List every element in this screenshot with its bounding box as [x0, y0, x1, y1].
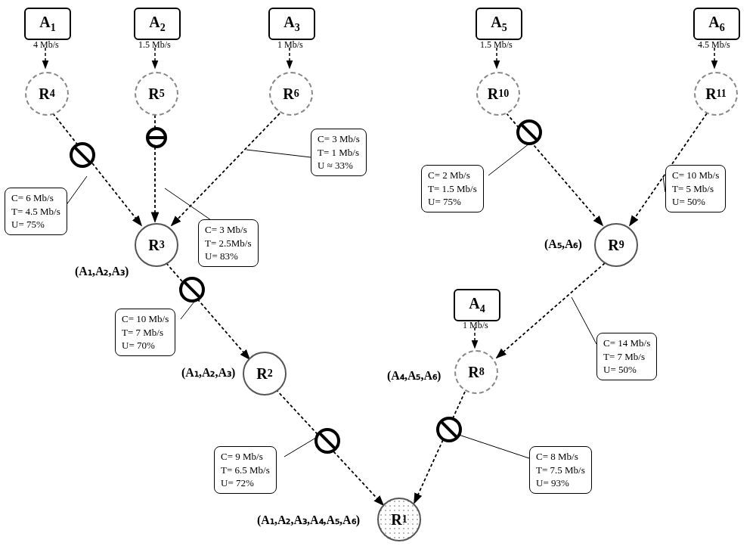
block-icon: [70, 142, 95, 168]
block-icon: [436, 417, 462, 442]
rate-A2: 1.5 Mb/s: [138, 39, 171, 51]
link-info-R3-R2: C= 10 Mb/sT= 7 Mb/sU= 70%: [115, 309, 175, 356]
flows-R8: (A₄,A₅,A₆): [387, 368, 441, 383]
router-R8: R8: [454, 350, 498, 394]
flows-R1: (A₁,A₂,A₃,A₄,A₅,A₆): [257, 513, 360, 527]
source-A4: A4: [454, 289, 500, 321]
source-A1: A1: [24, 8, 71, 40]
svg-line-17: [246, 150, 311, 157]
block-icon: [179, 277, 205, 302]
svg-line-22: [572, 297, 596, 344]
svg-line-15: [66, 176, 87, 206]
flows-R9: (A₅,A₆): [544, 237, 582, 251]
link-info-R5-R3: C= 3 Mb/sT= 2.5Mb/sU= 83%: [198, 219, 259, 267]
svg-line-19: [284, 436, 318, 457]
svg-line-14: [414, 392, 465, 503]
link-info-R10-R9: C= 2 Mb/sT= 1.5 Mb/sU= 75%: [421, 165, 484, 212]
block-icon: [516, 119, 542, 145]
svg-line-16: [165, 188, 213, 222]
svg-line-20: [488, 144, 529, 175]
rate-A6: 4.5 Mb/s: [698, 39, 730, 51]
rate-A4: 1 Mb/s: [463, 320, 488, 331]
link-info-R4-R3: C= 6 Mb/sT= 4.5 Mb/sU= 75%: [5, 188, 67, 235]
link-info-R2-R1: C= 9 Mb/sT= 6.5 Mb/sU= 72%: [214, 446, 277, 494]
router-R11: R11: [694, 72, 738, 116]
source-A6: A6: [693, 8, 740, 40]
router-R4: R4: [25, 72, 69, 116]
router-R10: R10: [476, 72, 520, 116]
rate-A5: 1.5 Mb/s: [480, 39, 513, 51]
router-R9: R9: [594, 223, 638, 267]
rate-A1: 4 Mb/s: [33, 39, 59, 51]
svg-line-13: [497, 263, 605, 358]
router-R6: R6: [269, 72, 313, 116]
block-icon: [314, 428, 340, 454]
block-icon: [146, 127, 167, 148]
source-A2: A2: [134, 8, 181, 40]
link-info-R9-R8: C= 14 Mb/sT= 7 Mb/sU= 50%: [596, 333, 657, 380]
link-info-R11-R9: C= 10 Mb/sT= 5 Mb/sU= 50%: [665, 165, 726, 212]
router-R1: R1: [377, 498, 421, 541]
source-A5: A5: [476, 8, 522, 40]
rate-A3: 1 Mb/s: [277, 39, 303, 51]
svg-line-8: [172, 113, 280, 225]
source-A3: A3: [268, 8, 315, 40]
svg-line-9: [166, 263, 249, 359]
link-info-R6-R3: C= 3 Mb/sT= 1 Mb/sU ≈ 33%: [311, 129, 367, 176]
flows-R3: (A₁,A₂,A₃): [75, 264, 129, 278]
router-R5: R5: [135, 72, 178, 116]
flows-R2: (A₁,A₂,A₃): [181, 365, 235, 380]
link-info-R8-R1: C= 8 Mb/sT= 7.5 Mb/sU= 93%: [529, 446, 592, 494]
router-R2: R2: [243, 352, 287, 395]
router-R3: R3: [135, 223, 178, 267]
